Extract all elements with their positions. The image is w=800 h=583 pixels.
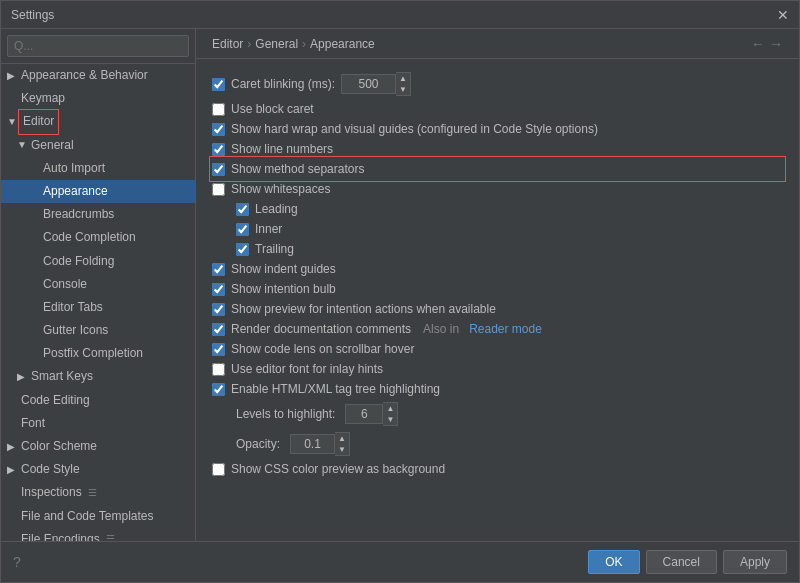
sidebar-label-appearance: Appearance bbox=[43, 182, 108, 201]
settings-dialog: Settings ✕ ▶Appearance & BehaviorKeymap▼… bbox=[0, 0, 800, 583]
caret-blinking-checkbox[interactable] bbox=[212, 78, 225, 91]
opacity-input[interactable] bbox=[290, 434, 335, 454]
intention-bulb-row: Show intention bulb bbox=[212, 279, 783, 299]
leading-label: Leading bbox=[255, 202, 298, 216]
levels-highlight-spinner: ▲ ▼ bbox=[345, 402, 398, 426]
sidebar-label-editor: Editor bbox=[21, 112, 56, 131]
inner-checkbox[interactable] bbox=[236, 223, 249, 236]
opacity-label: Opacity: bbox=[236, 437, 280, 451]
sidebar: ▶Appearance & BehaviorKeymap▼Editor▼Gene… bbox=[1, 29, 196, 541]
caret-blinking-row: Caret blinking (ms): ▲ ▼ bbox=[212, 69, 783, 99]
opacity-spinner-buttons: ▲ ▼ bbox=[335, 432, 350, 456]
line-numbers-row: Show line numbers bbox=[212, 139, 783, 159]
caret-blinking-decrement[interactable]: ▼ bbox=[396, 84, 410, 95]
sidebar-item-smart-keys[interactable]: ▶Smart Keys bbox=[1, 365, 195, 388]
editor-font-checkbox[interactable] bbox=[212, 363, 225, 376]
levels-highlight-input[interactable] bbox=[345, 404, 383, 424]
hard-wrap-label: Show hard wrap and visual guides (config… bbox=[231, 122, 598, 136]
ok-button[interactable]: OK bbox=[588, 550, 639, 574]
sidebar-label-breadcrumbs: Breadcrumbs bbox=[43, 205, 114, 224]
sidebar-label-auto-import: Auto Import bbox=[43, 159, 105, 178]
sidebar-item-code-folding[interactable]: Code Folding bbox=[1, 250, 195, 273]
sidebar-label-file-encodings: File Encodings bbox=[21, 530, 100, 541]
sidebar-item-font[interactable]: Font bbox=[1, 412, 195, 435]
levels-highlight-increment[interactable]: ▲ bbox=[383, 403, 397, 414]
also-in-text: Also in bbox=[423, 322, 459, 336]
indent-guides-checkbox[interactable] bbox=[212, 263, 225, 276]
breadcrumb-editor: Editor bbox=[212, 37, 243, 51]
sidebar-label-editor-tabs: Editor Tabs bbox=[43, 298, 103, 317]
method-separators-row: Show method separators bbox=[212, 159, 783, 179]
sidebar-item-breadcrumbs[interactable]: Breadcrumbs bbox=[1, 203, 195, 226]
sidebar-item-gutter-icons[interactable]: Gutter Icons bbox=[1, 319, 195, 342]
render-docs-checkbox[interactable] bbox=[212, 323, 225, 336]
intention-bulb-checkbox[interactable] bbox=[212, 283, 225, 296]
hard-wrap-row: Show hard wrap and visual guides (config… bbox=[212, 119, 783, 139]
reader-mode-link[interactable]: Reader mode bbox=[469, 322, 542, 336]
settings-panel: Caret blinking (ms): ▲ ▼ Use block car bbox=[196, 59, 799, 541]
sidebar-label-font: Font bbox=[21, 414, 45, 433]
caret-blinking-input[interactable] bbox=[341, 74, 396, 94]
line-numbers-checkbox[interactable] bbox=[212, 143, 225, 156]
sidebar-label-code-style: Code Style bbox=[21, 460, 80, 479]
sidebar-badge-inspections: ☰ bbox=[88, 485, 97, 501]
opacity-decrement[interactable]: ▼ bbox=[335, 444, 349, 455]
breadcrumb-sep-1: › bbox=[247, 37, 251, 51]
sidebar-label-postfix-completion: Postfix Completion bbox=[43, 344, 143, 363]
sidebar-item-appearance-behavior[interactable]: ▶Appearance & Behavior bbox=[1, 64, 195, 87]
preview-intention-checkbox[interactable] bbox=[212, 303, 225, 316]
cancel-button[interactable]: Cancel bbox=[646, 550, 717, 574]
sidebar-item-color-scheme[interactable]: ▶Color Scheme bbox=[1, 435, 195, 458]
sidebar-item-console[interactable]: Console bbox=[1, 273, 195, 296]
sidebar-label-general: General bbox=[31, 136, 74, 155]
leading-row: Leading bbox=[212, 199, 783, 219]
sidebar-item-keymap[interactable]: Keymap bbox=[1, 87, 195, 110]
close-button[interactable]: ✕ bbox=[777, 8, 789, 22]
breadcrumb-sep-2: › bbox=[302, 37, 306, 51]
sidebar-item-appearance[interactable]: Appearance bbox=[1, 180, 195, 203]
sidebar-item-code-style[interactable]: ▶Code Style bbox=[1, 458, 195, 481]
render-docs-row: Render documentation comments Also in Re… bbox=[212, 319, 783, 339]
method-separators-checkbox[interactable] bbox=[212, 163, 225, 176]
sidebar-item-file-code-templates[interactable]: File and Code Templates bbox=[1, 505, 195, 528]
search-input[interactable] bbox=[7, 35, 189, 57]
sidebar-item-postfix-completion[interactable]: Postfix Completion bbox=[1, 342, 195, 365]
nav-forward-arrow[interactable]: → bbox=[769, 36, 783, 52]
sidebar-label-color-scheme: Color Scheme bbox=[21, 437, 97, 456]
inner-label: Inner bbox=[255, 222, 282, 236]
caret-blinking-label: Caret blinking (ms): bbox=[231, 77, 335, 91]
sidebar-item-editor[interactable]: ▼Editor bbox=[1, 110, 195, 133]
tree-arrow-editor: ▼ bbox=[7, 114, 17, 130]
indent-guides-row: Show indent guides bbox=[212, 259, 783, 279]
levels-highlight-decrement[interactable]: ▼ bbox=[383, 414, 397, 425]
sidebar-item-editor-tabs[interactable]: Editor Tabs bbox=[1, 296, 195, 319]
opacity-increment[interactable]: ▲ bbox=[335, 433, 349, 444]
html-xml-label: Enable HTML/XML tag tree highlighting bbox=[231, 382, 440, 396]
html-xml-checkbox[interactable] bbox=[212, 383, 225, 396]
hard-wrap-checkbox[interactable] bbox=[212, 123, 225, 136]
tree-arrow-code-style: ▶ bbox=[7, 462, 17, 478]
block-caret-checkbox[interactable] bbox=[212, 103, 225, 116]
block-caret-label: Use block caret bbox=[231, 102, 314, 116]
apply-button[interactable]: Apply bbox=[723, 550, 787, 574]
code-lens-checkbox[interactable] bbox=[212, 343, 225, 356]
sidebar-item-auto-import[interactable]: Auto Import bbox=[1, 157, 195, 180]
sidebar-item-code-completion[interactable]: Code Completion bbox=[1, 226, 195, 249]
sidebar-item-file-encodings[interactable]: File Encodings☰ bbox=[1, 528, 195, 541]
help-icon[interactable]: ? bbox=[13, 554, 21, 570]
leading-checkbox[interactable] bbox=[236, 203, 249, 216]
nav-back-arrow[interactable]: ← bbox=[751, 36, 765, 52]
whitespaces-checkbox[interactable] bbox=[212, 183, 225, 196]
nav-arrows: ← → bbox=[751, 36, 783, 52]
title-bar: Settings ✕ bbox=[1, 1, 799, 29]
sidebar-label-console: Console bbox=[43, 275, 87, 294]
dialog-body: ▶Appearance & BehaviorKeymap▼Editor▼Gene… bbox=[1, 29, 799, 541]
trailing-checkbox[interactable] bbox=[236, 243, 249, 256]
css-color-checkbox[interactable] bbox=[212, 463, 225, 476]
opacity-spinner: ▲ ▼ bbox=[290, 432, 350, 456]
sidebar-item-inspections[interactable]: Inspections☰ bbox=[1, 481, 195, 504]
caret-blinking-increment[interactable]: ▲ bbox=[396, 73, 410, 84]
sidebar-item-general[interactable]: ▼General bbox=[1, 134, 195, 157]
sidebar-item-code-editing[interactable]: Code Editing bbox=[1, 389, 195, 412]
inner-row: Inner bbox=[212, 219, 783, 239]
